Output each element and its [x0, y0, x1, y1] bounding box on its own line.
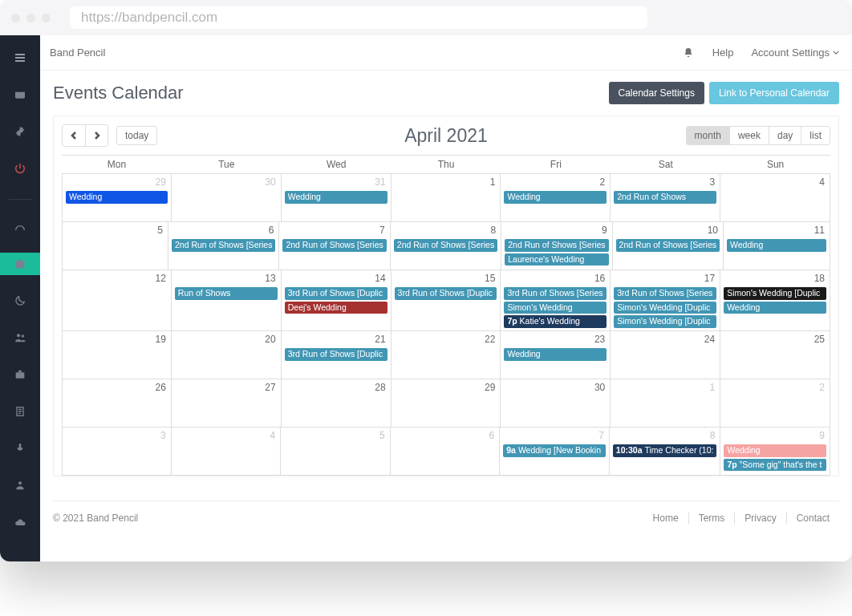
calendar-day-cell[interactable]: 6: [391, 428, 501, 476]
view-day-button[interactable]: day: [769, 127, 801, 144]
calendar-day-cell[interactable]: 26: [62, 379, 172, 428]
calendar-day-cell[interactable]: 27: [172, 379, 282, 428]
help-link[interactable]: Help: [712, 47, 734, 59]
calendar-day-cell[interactable]: 102nd Run of Shows [Series: [613, 222, 724, 270]
calendar-day-cell[interactable]: 5: [62, 222, 168, 270]
calendar-event[interactable]: Wedding: [285, 191, 387, 204]
calendar-day-cell[interactable]: 3: [62, 428, 172, 476]
calendar-day-cell[interactable]: 5: [281, 428, 391, 476]
calendar-day-cell[interactable]: 24: [611, 331, 720, 379]
calendar-settings-button[interactable]: Calendar Settings: [609, 82, 704, 104]
calendar-event[interactable]: 7p Katie's Wedding: [504, 315, 607, 328]
calendar-event[interactable]: Simon's Wedding [Duplic: [724, 287, 826, 300]
calendar-day-cell[interactable]: 173rd Run of Shows [SeriesSimon's Weddin…: [611, 270, 720, 331]
calendar-day-cell[interactable]: 153rd Run of Shows [Duplic: [392, 270, 501, 331]
calendar-event[interactable]: Simon's Wedding: [504, 302, 607, 314]
calendar-event[interactable]: 3rd Run of Shows [Duplic: [285, 287, 387, 300]
calendar-day-cell[interactable]: 11Wedding: [724, 222, 830, 270]
today-button[interactable]: today: [116, 126, 157, 145]
next-button[interactable]: [85, 125, 108, 146]
close-icon[interactable]: [11, 14, 20, 22]
calendar-day-cell[interactable]: 92nd Run of Shows [SeriesLaurence's Wedd…: [501, 222, 612, 270]
calendar-day-cell[interactable]: 30: [172, 174, 282, 222]
url-bar[interactable]: https://bandpencil.com: [70, 6, 647, 29]
calendar-day-cell[interactable]: 12: [62, 270, 172, 331]
zoom-icon[interactable]: [42, 14, 51, 22]
calendar-event[interactable]: 7p "Some gig" that's the t: [724, 459, 826, 472]
notifications-button[interactable]: [682, 47, 695, 59]
calendar-event[interactable]: Simon's Wedding [Duplic: [614, 315, 716, 328]
calendar-day-cell[interactable]: 62nd Run of Shows [Series: [168, 222, 279, 270]
sidebar-item-events[interactable]: [0, 253, 40, 275]
calendar-event[interactable]: 3rd Run of Shows [Duplic: [285, 348, 387, 361]
calendar-day-cell[interactable]: 72nd Run of Shows [Series: [279, 222, 390, 270]
calendar-day-cell[interactable]: 32nd Run of Shows: [611, 174, 720, 222]
calendar-day-cell[interactable]: 1: [392, 174, 501, 222]
calendar-day-cell[interactable]: 28: [282, 379, 392, 428]
calendar-event[interactable]: Wedding: [66, 191, 168, 204]
view-list-button[interactable]: list: [801, 127, 830, 144]
calendar-day-cell[interactable]: 23Wedding: [501, 331, 611, 379]
menu-toggle[interactable]: [0, 47, 40, 69]
calendar-event[interactable]: Simon's Wedding [Duplic: [614, 302, 716, 314]
footer-link[interactable]: Contact: [787, 513, 839, 524]
sidebar-item-user[interactable]: [0, 474, 40, 496]
calendar-day-cell[interactable]: 2Wedding: [501, 174, 611, 222]
calendar-day-cell[interactable]: 4: [172, 428, 282, 476]
calendar-day-cell[interactable]: 25: [720, 331, 830, 379]
calendar-event[interactable]: 3rd Run of Shows [Series: [504, 287, 607, 300]
calendar-event[interactable]: 2nd Run of Shows: [614, 191, 716, 204]
calendar-day-cell[interactable]: 18Simon's Wedding [DuplicWedding: [720, 270, 830, 331]
calendar-event[interactable]: Wedding: [724, 302, 826, 314]
calendar-event[interactable]: Run of Shows: [175, 287, 278, 300]
prev-button[interactable]: [63, 125, 85, 146]
calendar-day-cell[interactable]: 810:30a Time Checker (10:: [610, 428, 721, 476]
sidebar-item-clipboard[interactable]: [0, 400, 40, 423]
calendar-event[interactable]: Wedding: [727, 239, 826, 252]
calendar-event[interactable]: 9a Wedding [New Bookin: [503, 444, 606, 457]
calendar-event[interactable]: Deej's Wedding: [285, 302, 387, 314]
view-week-button[interactable]: week: [729, 127, 769, 144]
footer-link[interactable]: Privacy: [735, 513, 786, 524]
calendar-event[interactable]: 2nd Run of Shows [Series: [282, 239, 386, 252]
sidebar-item-settings[interactable]: [0, 120, 40, 143]
calendar-day-cell[interactable]: 82nd Run of Shows [Series: [391, 222, 501, 270]
calendar-day-cell[interactable]: 29: [392, 379, 501, 428]
sidebar-item-logout[interactable]: [0, 157, 40, 180]
calendar-event[interactable]: 3rd Run of Shows [Duplic: [395, 287, 497, 300]
sidebar-item-home[interactable]: [0, 83, 40, 106]
calendar-event[interactable]: 2nd Run of Shows [Series: [505, 239, 608, 252]
calendar-day-cell[interactable]: 29Wedding: [62, 174, 172, 222]
calendar-day-cell[interactable]: 31Wedding: [282, 174, 392, 222]
calendar-day-cell[interactable]: 213rd Run of Shows [Duplic: [282, 331, 392, 379]
calendar-day-cell[interactable]: 30: [501, 379, 611, 428]
sidebar-item-briefcase[interactable]: [0, 363, 40, 386]
calendar-event[interactable]: Laurence's Wedding: [505, 253, 608, 266]
calendar-event[interactable]: Wedding: [504, 348, 607, 361]
view-month-button[interactable]: month: [687, 127, 729, 144]
calendar-day-cell[interactable]: 143rd Run of Shows [DuplicDeej's Wedding: [282, 270, 392, 331]
account-settings-dropdown[interactable]: Account Settings: [751, 47, 839, 59]
calendar-day-cell[interactable]: 79a Wedding [New Bookin: [500, 428, 610, 476]
calendar-day-cell[interactable]: 4: [720, 174, 830, 222]
calendar-event[interactable]: Wedding: [504, 191, 607, 204]
calendar-event[interactable]: 2nd Run of Shows [Series: [616, 239, 720, 252]
sidebar-item-dashboard[interactable]: [0, 216, 40, 238]
calendar-day-cell[interactable]: 22: [392, 331, 501, 379]
footer-link[interactable]: Terms: [689, 513, 736, 524]
sidebar-item-people[interactable]: [0, 326, 40, 349]
minimize-icon[interactable]: [26, 14, 35, 22]
calendar-day-cell[interactable]: 20: [172, 331, 282, 379]
calendar-day-cell[interactable]: 13Run of Shows: [172, 270, 282, 331]
link-personal-calendar-button[interactable]: Link to Personal Calendar: [709, 82, 839, 104]
calendar-day-cell[interactable]: 163rd Run of Shows [SeriesSimon's Weddin…: [501, 270, 611, 331]
calendar-event[interactable]: 3rd Run of Shows [Series: [614, 287, 716, 300]
calendar-event[interactable]: 2nd Run of Shows [Series: [394, 239, 497, 252]
calendar-day-cell[interactable]: 1: [611, 379, 720, 428]
sidebar-item-mic[interactable]: [0, 437, 40, 460]
calendar-event[interactable]: 10:30a Time Checker (10:: [613, 444, 717, 457]
calendar-day-cell[interactable]: 19: [62, 331, 172, 379]
sidebar-item-moon[interactable]: [0, 290, 40, 312]
calendar-event[interactable]: Wedding: [724, 444, 826, 457]
footer-link[interactable]: Home: [643, 513, 689, 524]
